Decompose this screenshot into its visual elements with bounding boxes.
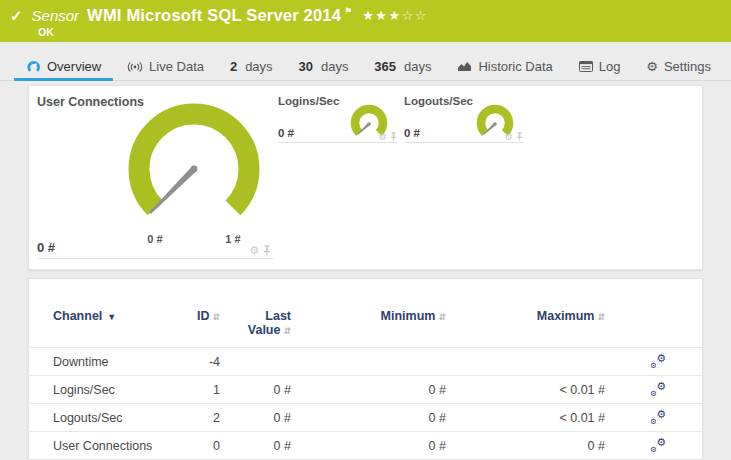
sort-caret-icon: ▼ [107, 312, 116, 322]
column-label: ID [197, 309, 210, 323]
cell-channel: User Connections [53, 439, 152, 453]
pin-icon[interactable] [516, 132, 523, 141]
column-label: Minimum [381, 309, 436, 323]
cell-minimum: 0 # [429, 383, 446, 397]
tab-label: Overview [47, 59, 101, 74]
gauge-value: 0 # [404, 127, 420, 139]
gauge-actions: ⚙ [378, 132, 397, 142]
channel-settings-icon[interactable]: ⚙⚙ [650, 382, 666, 397]
cell-id: 1 [213, 383, 220, 397]
tab-number: 2 [230, 59, 237, 74]
cell-id: 0 [213, 439, 220, 453]
tab-log[interactable]: Log [567, 55, 633, 81]
sort-icon: ⇵ [438, 312, 446, 322]
sort-icon: ⇵ [212, 312, 220, 322]
tab-label: days [245, 59, 272, 74]
table-row-user-connections[interactable]: User Connections 0 0 # 0 # 0 # ⚙⚙ [29, 431, 702, 459]
channels-table-panel: Channel▼ ID⇵ Last Value⇵ Minimum⇵ Maximu… [28, 278, 703, 460]
table-row-logouts-sec[interactable]: Logouts/Sec 2 0 # 0 # < 0.01 # ⚙⚙ [29, 403, 702, 431]
cell-last-value: 0 # [274, 439, 291, 453]
table-header-row: Channel▼ ID⇵ Last Value⇵ Minimum⇵ Maximu… [29, 279, 702, 347]
column-header-channel[interactable]: Channel▼ [53, 309, 116, 324]
gear-icon: ⚙ [646, 60, 658, 73]
gauge-icon [26, 60, 41, 73]
sensor-header: ✓ Sensor WMI Microsoft SQL Server 2014 ⚑… [0, 0, 731, 42]
gauge-title: Logouts/Sec [404, 95, 473, 107]
gauge-value: 0 # [37, 240, 55, 255]
cell-channel: Downtime [53, 355, 109, 369]
tab-live-data[interactable]: Live Data [115, 55, 216, 81]
gauge-cell-user-connections: User Connections 0 # 1 # 0 # ⚙ [37, 95, 273, 259]
gear-icon[interactable]: ⚙ [504, 132, 513, 142]
status-badge: OK [38, 26, 54, 38]
tab-label: days [321, 59, 348, 74]
ok-check-icon: ✓ [10, 7, 23, 25]
table-row-logins-sec[interactable]: Logins/Sec 1 0 # 0 # < 0.01 # ⚙⚙ [29, 375, 702, 403]
pin-icon[interactable] [263, 245, 271, 256]
sort-icon: ⇵ [597, 312, 605, 322]
broadcast-icon [127, 61, 143, 73]
column-label: Channel [53, 309, 102, 323]
column-header-last-value[interactable]: Last Value⇵ [245, 309, 291, 338]
gauges-panel: User Connections 0 # 1 # 0 # ⚙ Logins/Se… [28, 85, 703, 270]
gauge-scale-max: 1 # [215, 233, 251, 245]
log-icon [579, 61, 593, 72]
cell-minimum: 0 # [429, 439, 446, 453]
tab-label: Settings [664, 59, 711, 74]
cell-last-value: 0 # [274, 383, 291, 397]
tab-settings[interactable]: ⚙ Settings [634, 55, 723, 81]
gauge-actions: ⚙ [249, 245, 271, 256]
tab-label: Historic Data [478, 59, 552, 74]
channel-settings-icon[interactable]: ⚙⚙ [650, 410, 666, 425]
area-chart-icon [457, 61, 472, 72]
tab-number: 365 [374, 59, 396, 74]
column-header-minimum[interactable]: Minimum⇵ [381, 309, 446, 324]
cell-channel: Logins/Sec [53, 383, 115, 397]
gauge-scale-min: 0 # [137, 233, 173, 245]
cell-minimum: 0 # [429, 411, 446, 425]
gear-icon[interactable]: ⚙ [249, 245, 259, 256]
tab-365-days[interactable]: 365 days [362, 55, 443, 81]
cell-maximum: < 0.01 # [559, 411, 605, 425]
channel-settings-icon[interactable]: ⚙⚙ [650, 438, 666, 453]
flag-icon[interactable]: ⚑ [344, 6, 352, 16]
cell-last-value: 0 # [274, 411, 291, 425]
tab-label: days [404, 59, 431, 74]
tab-bar: Overview Live Data 2 days 30 days 365 da… [0, 55, 731, 81]
channel-settings-icon[interactable]: ⚙⚙ [650, 354, 666, 369]
tab-label: Log [599, 59, 621, 74]
sensor-kind-label: Sensor [32, 7, 80, 24]
sort-icon: ⇵ [283, 326, 291, 336]
tab-number: 30 [298, 59, 312, 74]
gauge-title: Logins/Sec [278, 95, 339, 107]
gauge-actions: ⚙ [504, 132, 523, 142]
column-label: Maximum [537, 309, 595, 323]
primary-gauge [119, 97, 269, 237]
gauge-cell-logouts-sec: Logouts/Sec 0 # ⚙ [404, 95, 524, 143]
table-row-downtime[interactable]: Downtime -4 ⚙⚙ [29, 347, 702, 375]
tab-historic-data[interactable]: Historic Data [445, 55, 564, 81]
gauge-value: 0 # [278, 127, 294, 139]
tab-2-days[interactable]: 2 days [218, 55, 285, 81]
cell-channel: Logouts/Sec [53, 411, 123, 425]
tab-30-days[interactable]: 30 days [286, 55, 360, 81]
priority-stars[interactable]: ★★★☆☆ [362, 8, 428, 23]
sensor-title: WMI Microsoft SQL Server 2014 [87, 6, 341, 25]
cell-id: 2 [213, 411, 220, 425]
gear-icon[interactable]: ⚙ [378, 132, 387, 142]
cell-id: -4 [209, 355, 220, 369]
cell-maximum: 0 # [588, 439, 605, 453]
pin-icon[interactable] [390, 132, 397, 141]
gauge-cell-logins-sec: Logins/Sec 0 # ⚙ [278, 95, 398, 143]
column-header-id[interactable]: ID⇵ [197, 309, 220, 324]
tab-label: Live Data [149, 59, 204, 74]
tab-overview[interactable]: Overview [14, 55, 113, 81]
column-header-maximum[interactable]: Maximum⇵ [537, 309, 605, 324]
cell-maximum: < 0.01 # [559, 383, 605, 397]
